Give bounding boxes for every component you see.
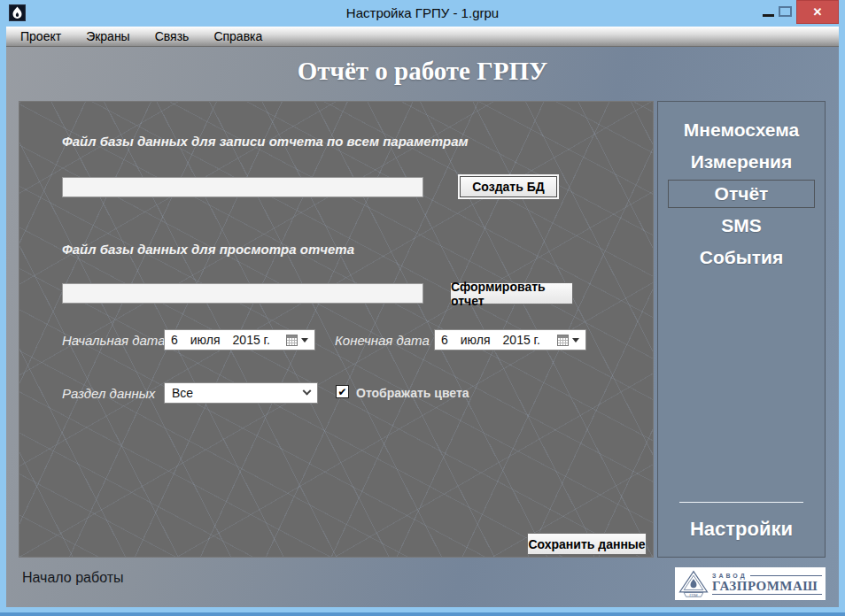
end-date-label: Конечная дата xyxy=(335,333,430,348)
menu-bar: Проект Экраны Связь Справка xyxy=(6,27,839,47)
show-colors-checkbox[interactable]: ✔ xyxy=(336,385,349,398)
db-view-input[interactable] xyxy=(62,283,423,304)
end-date-day: 6 xyxy=(441,333,448,347)
save-data-button[interactable]: Сохранить данные xyxy=(527,533,647,555)
start-date-label: Начальная дата xyxy=(62,333,166,348)
report-panel: Файл базы данных для записи отчета по вс… xyxy=(19,101,654,558)
sidebar-item-sms[interactable]: SMS xyxy=(668,210,815,242)
menu-link[interactable]: Связь xyxy=(153,27,191,47)
check-icon: ✔ xyxy=(337,387,346,397)
window-title: Настройка ГРПУ - 1.grpu xyxy=(0,0,845,27)
content-frame: Проект Экраны Связь Справка Отчёт о рабо… xyxy=(6,27,839,607)
start-date-month: июля xyxy=(190,333,221,347)
app-window: Настройка ГРПУ - 1.grpu ✕ Проект Экраны … xyxy=(0,0,845,616)
generate-report-button[interactable]: Сформировать отчет xyxy=(450,282,573,304)
sidebar-divider xyxy=(679,502,803,503)
chevron-down-icon xyxy=(303,386,312,395)
sidebar-item-settings[interactable]: Настройки xyxy=(658,518,825,541)
sidebar-item-mnemoscheme[interactable]: Мнемосхема xyxy=(668,114,815,146)
data-section-value: Все xyxy=(172,386,193,400)
start-date-picker[interactable]: 6 июля 2015 г. xyxy=(164,329,315,350)
menu-help[interactable]: Справка xyxy=(212,27,264,47)
svg-text:ГПМ: ГПМ xyxy=(690,593,698,597)
sidebar-item-measurements[interactable]: Измерения xyxy=(668,146,815,178)
calendar-icon xyxy=(557,335,569,346)
close-button[interactable]: ✕ xyxy=(796,0,839,24)
logo-line xyxy=(750,575,822,576)
page-title: Отчёт о работе ГРПУ xyxy=(6,57,839,86)
end-date-year: 2015 г. xyxy=(503,333,540,347)
show-colors-label: Отображать цвета xyxy=(356,386,469,400)
create-db-button[interactable]: Создать БД xyxy=(460,176,557,197)
menu-screens[interactable]: Экраны xyxy=(84,27,132,47)
db-write-label: Файл базы данных для записи отчета по вс… xyxy=(62,134,469,149)
gazprommash-logo: ГПМ ЗАВОД ГАЗПРОММАШ xyxy=(675,567,826,600)
calendar-icon xyxy=(286,335,298,346)
menu-project[interactable]: Проект xyxy=(19,27,63,47)
start-date-dropdown[interactable] xyxy=(286,335,308,346)
minimize-button[interactable] xyxy=(763,14,774,17)
dropdown-arrow-icon xyxy=(301,338,308,343)
window-bottom-edge xyxy=(0,612,845,616)
end-date-month: июля xyxy=(461,333,491,347)
maximize-button[interactable] xyxy=(779,6,792,17)
dropdown-arrow-icon xyxy=(572,338,579,343)
sidebar-item-report[interactable]: Отчёт xyxy=(668,180,815,208)
start-date-day: 6 xyxy=(171,333,178,347)
title-bar: Настройка ГРПУ - 1.grpu ✕ xyxy=(0,0,845,27)
db-write-input[interactable] xyxy=(62,177,423,197)
end-date-dropdown[interactable] xyxy=(557,335,579,346)
logo-text: ЗАВОД ГАЗПРОММАШ xyxy=(712,573,822,595)
data-section-select[interactable]: Все xyxy=(164,382,318,404)
end-date-picker[interactable]: 6 июля 2015 г. xyxy=(434,329,586,350)
logo-name-text: ГАЗПРОММАШ xyxy=(712,579,822,595)
close-icon: ✕ xyxy=(813,5,823,19)
logo-zavod-text: ЗАВОД xyxy=(712,573,748,579)
data-section-label: Раздел данных xyxy=(62,386,155,401)
start-date-year: 2015 г. xyxy=(233,333,270,347)
db-view-label: Файл базы данных для просмотра отчета xyxy=(62,242,354,257)
nav-sidebar: Мнемосхема Измерения Отчёт SMS События Н… xyxy=(657,101,826,558)
status-text: Начало работы xyxy=(22,570,124,586)
gazprommash-emblem-icon: ГПМ xyxy=(678,570,709,597)
sidebar-item-events[interactable]: События xyxy=(668,242,815,273)
